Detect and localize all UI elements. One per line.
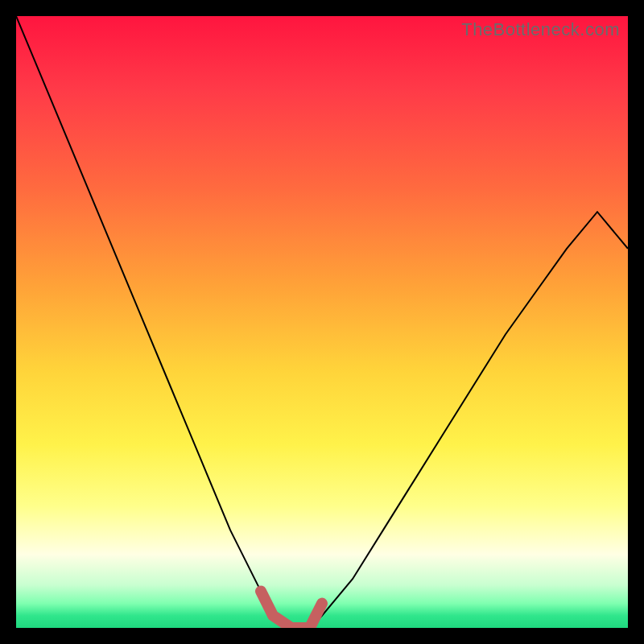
chart-svg [16, 16, 628, 628]
optimal-highlight [261, 591, 322, 628]
chart-frame: TheBottleneck.com [0, 0, 644, 644]
bottleneck-curve [16, 16, 628, 628]
chart-plot-area: TheBottleneck.com [16, 16, 628, 628]
